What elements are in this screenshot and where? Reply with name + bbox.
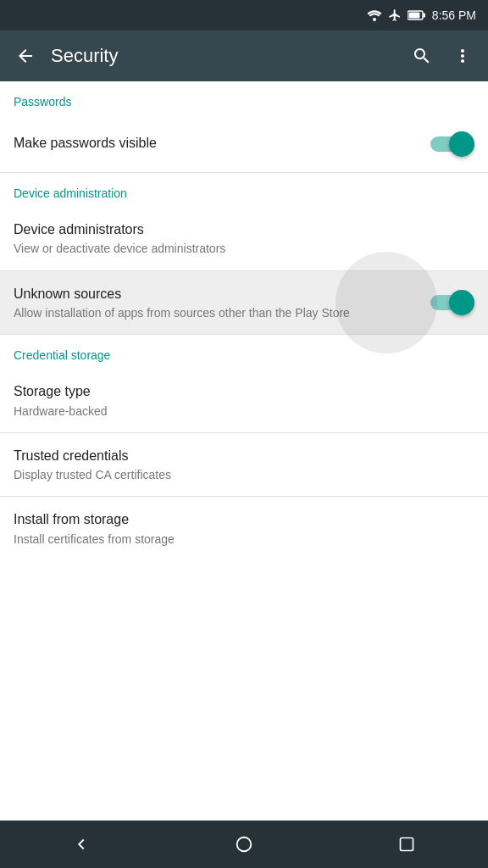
status-time: 8:56 PM <box>432 8 476 22</box>
navigation-bar <box>0 821 488 868</box>
setting-subtitle-device-administrators: View or deactivate device administrators <box>14 241 474 256</box>
toggle-switch-passwords[interactable] <box>430 131 474 157</box>
setting-text-install-from-storage: Install from storage Install certificate… <box>14 510 474 547</box>
svg-rect-3 <box>423 14 425 18</box>
toggle-make-passwords-visible[interactable] <box>430 131 474 157</box>
setting-title-trusted-credentials: Trusted credentials <box>14 447 474 465</box>
section-header-device-admin: Device administration <box>0 173 488 207</box>
svg-point-4 <box>237 837 252 852</box>
back-arrow-icon <box>15 46 36 66</box>
setting-text-trusted-credentials: Trusted credentials Display trusted CA c… <box>14 447 474 483</box>
nav-recents-button[interactable] <box>381 826 432 863</box>
airplane-icon <box>388 8 402 22</box>
setting-subtitle-trusted-credentials: Display trusted CA certificates <box>14 467 474 482</box>
back-button[interactable] <box>7 37 44 75</box>
search-button[interactable] <box>403 37 441 75</box>
toggle-thumb-unknown-sources <box>449 290 474 315</box>
nav-home-icon <box>235 835 253 854</box>
setting-item-storage-type[interactable]: Storage type Hardware-backed <box>0 369 488 433</box>
toggle-thumb-passwords <box>449 131 474 157</box>
setting-text-device-administrators: Device administrators View or deactivate… <box>14 220 474 257</box>
setting-subtitle-storage-type: Hardware-backed <box>14 403 474 419</box>
svg-point-0 <box>373 18 376 21</box>
setting-title-device-administrators: Device administrators <box>14 220 474 239</box>
more-vertical-icon <box>452 46 473 66</box>
wifi-icon <box>367 9 382 21</box>
setting-item-unknown-sources[interactable]: Unknown sources Allow installation of ap… <box>0 271 488 336</box>
setting-title-install-from-storage: Install from storage <box>14 510 474 529</box>
setting-title-make-passwords-visible: Make passwords visible <box>14 134 430 153</box>
setting-subtitle-install-from-storage: Install certificates from storage <box>14 531 474 547</box>
search-icon <box>412 46 432 66</box>
setting-text-unknown-sources: Unknown sources Allow installation of ap… <box>14 285 430 321</box>
nav-recents-icon <box>398 836 415 853</box>
toggle-switch-unknown-sources[interactable] <box>430 290 474 315</box>
status-bar: 8:56 PM <box>0 0 488 31</box>
more-options-button[interactable] <box>444 37 481 75</box>
setting-text-storage-type: Storage type Hardware-backed <box>14 382 474 419</box>
nav-home-button[interactable] <box>219 826 269 863</box>
setting-text-make-passwords-visible: Make passwords visible <box>14 134 430 153</box>
setting-item-trusted-credentials[interactable]: Trusted credentials Display trusted CA c… <box>0 433 488 498</box>
setting-item-install-from-storage[interactable]: Install from storage Install certificate… <box>0 497 488 560</box>
nav-back-button[interactable] <box>56 826 107 863</box>
page-title: Security <box>51 45 403 67</box>
section-header-passwords: Passwords <box>0 81 488 115</box>
toggle-unknown-sources[interactable] <box>430 290 474 315</box>
setting-title-unknown-sources: Unknown sources <box>14 285 430 303</box>
app-bar-actions <box>403 37 481 75</box>
app-bar: Security <box>0 31 488 81</box>
setting-subtitle-unknown-sources: Allow installation of apps from sources … <box>14 305 430 320</box>
setting-title-storage-type: Storage type <box>14 382 474 401</box>
svg-rect-5 <box>401 838 413 851</box>
setting-item-make-passwords-visible[interactable]: Make passwords visible <box>0 115 488 173</box>
content-area: Passwords Make passwords visible Device … <box>0 81 488 821</box>
status-icons: 8:56 PM <box>367 8 476 22</box>
nav-back-icon <box>72 835 91 854</box>
battery-icon <box>408 10 426 20</box>
svg-rect-2 <box>408 13 419 19</box>
